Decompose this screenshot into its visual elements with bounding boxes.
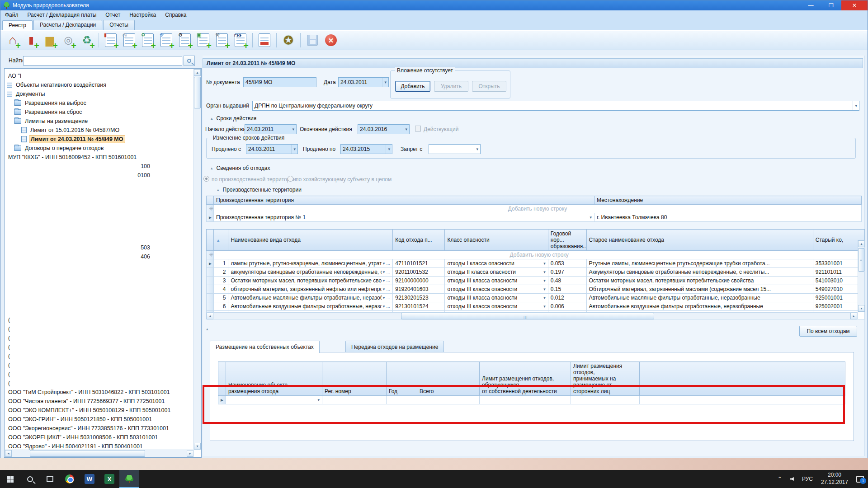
waste-vscroll-thumb[interactable]: ≡ bbox=[858, 248, 864, 272]
waste-code-cell[interactable]: 92130201523 bbox=[393, 294, 445, 302]
search-button[interactable] bbox=[184, 56, 195, 66]
tray-chevron-button[interactable]: ⌃ bbox=[774, 470, 786, 488]
tree-item-4[interactable]: Разрешения на сброс bbox=[5, 108, 193, 117]
waste-code-cell[interactable]: 91920401603 bbox=[393, 285, 445, 294]
doc-number-field[interactable]: 45/849 МО bbox=[243, 77, 316, 87]
attachment-open-button[interactable]: Открыть bbox=[472, 81, 506, 92]
save-button[interactable] bbox=[304, 32, 321, 49]
waste-hscrollbar[interactable]: ◂ ||| ▸ bbox=[206, 312, 858, 319]
annual-norm-cell[interactable]: 0.197 bbox=[548, 268, 586, 277]
territory-location-cell[interactable]: г. Ивантеевка Толмачева 80 bbox=[594, 213, 862, 222]
old-name-cell[interactable]: Автомобильные масляные фильтры отработан… bbox=[586, 294, 813, 302]
tree-item-clipped-4[interactable] bbox=[5, 198, 193, 207]
tree-vscroll-thumb[interactable] bbox=[194, 77, 201, 108]
tree-item-clipped-16[interactable] bbox=[5, 306, 193, 315]
add-discharge-permit-doc-button[interactable]: ◎+ bbox=[121, 32, 138, 49]
placement-tab-1[interactable]: Передача отходов на размещение bbox=[345, 341, 444, 352]
old-name-cell[interactable]: Ртутные лампы, люминесцентные ртутьсодер… bbox=[586, 259, 813, 268]
old-name-cell[interactable]: Аккумуляторы свинцовые отработанные непо… bbox=[586, 268, 813, 277]
taskbar-search-button[interactable] bbox=[20, 470, 40, 488]
waste-row[interactable]: 2аккумуляторы свинцовые отработанные неп… bbox=[207, 268, 865, 277]
tree-item-clipped-1[interactable]: 0100 bbox=[5, 171, 193, 180]
tab-2[interactable]: Отчеты bbox=[103, 20, 134, 30]
tree-item-clipped-15[interactable] bbox=[5, 297, 193, 306]
placement-tab-0[interactable]: Размещение на собственных объектах bbox=[210, 341, 320, 353]
validity-section-header[interactable]: ▴ Сроки действия bbox=[211, 115, 256, 122]
old-code-cell[interactable]: 925001001 bbox=[813, 294, 864, 302]
waste-section-header[interactable]: ▴ Сведения об отходах bbox=[211, 165, 270, 171]
annual-norm-cell[interactable]: 0.48 bbox=[548, 277, 586, 285]
waste-row[interactable]: 6Автомобильные воздушные фильтры отработ… bbox=[207, 302, 865, 311]
tree-item-clipped-12[interactable] bbox=[5, 270, 193, 279]
language-indicator[interactable]: РУС bbox=[798, 470, 817, 488]
tab-1[interactable]: Расчеты / Декларации bbox=[33, 20, 102, 30]
hazard-class-cell[interactable]: отходы III класса опасности▾ bbox=[445, 277, 548, 285]
tree-item-0[interactable]: АО "I bbox=[5, 71, 193, 80]
date-field[interactable]: 24.03.2011▾ bbox=[338, 77, 389, 87]
scroll-left-icon[interactable]: ◂ bbox=[207, 313, 213, 319]
add-organization-button[interactable]: ⌂+ bbox=[4, 32, 21, 49]
add-waste-limit-doc-button[interactable]: ♻+ bbox=[139, 32, 156, 49]
tree-item-org-5[interactable]: ООО "ЭКОРЕЦИКЛ" - ИНН 5031008506 - КПП 5… bbox=[5, 433, 193, 442]
tree-item-org-1[interactable]: ООО "Чистая планета" - ИНН 7725669377 - … bbox=[5, 397, 193, 406]
add-emission-permit-doc-button[interactable]: ▮+ bbox=[102, 32, 119, 49]
attachment-add-button[interactable]: Добавить bbox=[395, 81, 430, 92]
add-emission-source-button[interactable]: ▮+ bbox=[23, 32, 40, 49]
tree-item-clipped-14[interactable] bbox=[5, 288, 193, 297]
old-code-cell[interactable]: 353301001 bbox=[813, 259, 864, 268]
waste-code-cell[interactable]: 92100000000 bbox=[393, 277, 445, 285]
ext-from-field[interactable]: 24.03.2011▾ bbox=[246, 144, 298, 154]
tree-item-clipped-20[interactable]: ( bbox=[5, 343, 193, 352]
tree-item-3[interactable]: Разрешения на выброс bbox=[5, 99, 193, 108]
tree-item-clipped-0[interactable]: 100 bbox=[5, 162, 193, 171]
tree-item-clipped-11[interactable] bbox=[5, 261, 193, 270]
waste-row[interactable]: 5Автомобильные масляные фильтры отработа… bbox=[207, 294, 865, 302]
scroll-right-icon[interactable]: ▸ bbox=[187, 450, 193, 457]
tree-item-2[interactable]: Документы bbox=[5, 89, 193, 99]
tree-item-clipped-9[interactable]: 503 bbox=[5, 243, 193, 252]
tree-item-clipped-2[interactable] bbox=[5, 180, 193, 189]
annual-norm-cell[interactable]: 0.15 bbox=[548, 285, 586, 294]
hazard-class-cell[interactable]: отходы III класса опасности▾ bbox=[445, 285, 548, 294]
waste-row[interactable]: 4обтирочный материал, загрязненный нефть… bbox=[207, 285, 865, 294]
collapse-icon[interactable]: ▴ bbox=[206, 327, 208, 331]
ext-to-field[interactable]: 24.03.2015▾ bbox=[340, 144, 392, 154]
tree-item-org-3[interactable]: ООО "ЭКО-ГРИН" - ИНН 5050121850 - КПП 50… bbox=[5, 415, 193, 424]
menu-item-4[interactable]: Справка bbox=[160, 11, 191, 19]
tree-item-org-2[interactable]: ООО "ЭКО КОМПЛЕКТ+" - ИНН 5050108129 - К… bbox=[5, 406, 193, 415]
tree-item-clipped-23[interactable]: ( bbox=[5, 370, 193, 379]
hazard-class-cell[interactable]: отходы III класса опасности▾ bbox=[445, 302, 548, 311]
add-transfer-contract-doc-button[interactable]: ▣+ bbox=[195, 32, 212, 49]
add-gee-doc-button[interactable]: ГЭЭ+ bbox=[232, 32, 249, 49]
territories-section-header[interactable]: ▴ Производственные территории bbox=[217, 187, 302, 193]
waste-name-cell[interactable]: аккумуляторы свинцовые отработанные непо… bbox=[228, 268, 393, 277]
tree-item-clipped-17[interactable]: ( bbox=[5, 315, 193, 324]
start-button[interactable] bbox=[0, 470, 20, 488]
add-license-doc-button[interactable]: ❉+ bbox=[158, 32, 175, 49]
by-territory-radio[interactable] bbox=[203, 176, 209, 182]
add-production-territory-button[interactable]: ▆+ bbox=[41, 32, 58, 49]
word-taskbar-button[interactable]: W bbox=[80, 470, 99, 488]
end-date-field[interactable]: 24.03.2016▾ bbox=[358, 124, 410, 134]
chrome-taskbar-button[interactable] bbox=[60, 470, 80, 488]
scroll-up-icon[interactable]: ▴ bbox=[194, 69, 201, 76]
hazard-class-cell[interactable]: отходы III класса опасности▾ bbox=[445, 294, 548, 302]
tree-item-clipped-5[interactable] bbox=[5, 207, 193, 216]
emblem-button[interactable]: ✪ bbox=[280, 32, 297, 49]
old-name-cell[interactable]: Автомобильные воздушные фильтры отработа… bbox=[586, 302, 813, 311]
tree-item-8[interactable]: Договоры о передаче отходов bbox=[5, 144, 193, 153]
clock[interactable]: 20:0027.12.2017 bbox=[817, 470, 852, 488]
territory-name-cell[interactable]: Производственная территория № 1▾ bbox=[214, 213, 594, 222]
tree-item-org-4[interactable]: ООО "Экорегионсервис" - ИНН 7733855176 -… bbox=[5, 424, 193, 433]
menu-item-1[interactable]: Расчет / Декларация платы bbox=[23, 11, 101, 19]
task-view-button[interactable] bbox=[40, 470, 60, 488]
tree-item-clipped-19[interactable]: ( bbox=[5, 333, 193, 343]
tree-item-clipped-10[interactable]: 406 bbox=[5, 252, 193, 261]
add-waste-disposal-object-button[interactable]: ♻+ bbox=[78, 32, 95, 49]
tree-item-7[interactable]: Лимит от 24.03.2011 № 45/849 МО bbox=[5, 135, 193, 144]
old-code-cell[interactable]: 921101011 bbox=[813, 268, 864, 277]
territory-row[interactable]: ▸Производственная территория № 1▾г. Иван… bbox=[207, 213, 862, 222]
menu-item-3[interactable]: Настройка bbox=[125, 11, 160, 19]
tree-horizontal-scrollbar[interactable]: ◂ ▸ bbox=[5, 450, 193, 457]
tree-item-clipped-3[interactable] bbox=[5, 189, 193, 198]
